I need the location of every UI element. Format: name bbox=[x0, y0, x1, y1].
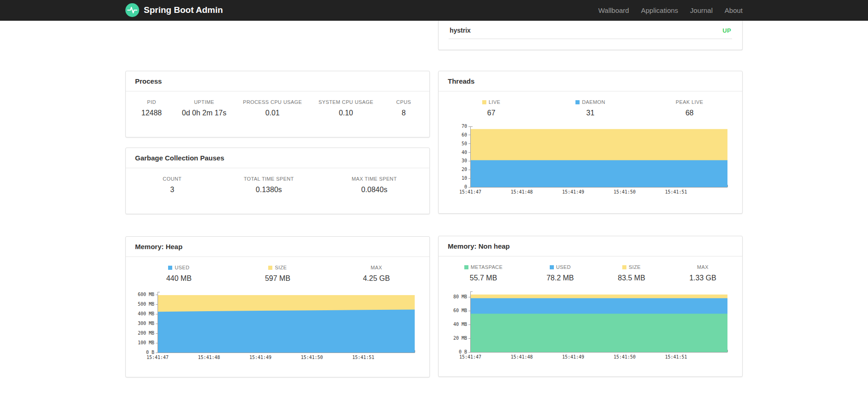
left-column: Process PID 12488 UPTIME 0d 0h 2m 17s PR… bbox=[125, 21, 430, 377]
legend-swatch-live-icon bbox=[482, 100, 486, 104]
card-title: Memory: Heap bbox=[126, 237, 429, 257]
legend-swatch-size-icon bbox=[622, 265, 626, 269]
metric-value: 78.2 MB bbox=[547, 274, 574, 282]
metric-value: 0.1380s bbox=[244, 186, 294, 194]
metric-label: UPTIME bbox=[182, 99, 226, 105]
spring-boot-admin-logo-icon bbox=[125, 3, 139, 17]
metric-heap-max: MAX 4.25 GB bbox=[363, 265, 390, 283]
memory-heap-chart: 0 B100 MB200 MB300 MB400 MB500 MB600 MB1… bbox=[135, 289, 420, 362]
brand-title: Spring Boot Admin bbox=[144, 5, 223, 15]
svg-text:0: 0 bbox=[464, 184, 467, 189]
metric-heap-size: SIZE 597 MB bbox=[264, 265, 292, 283]
metric-threads-live: LIVE 67 bbox=[478, 99, 505, 117]
metric-label: USED bbox=[165, 265, 193, 270]
metric-label: LIVE bbox=[478, 99, 505, 105]
metric-label: MAX bbox=[689, 264, 716, 270]
nav-item-wallboard[interactable]: Wallboard bbox=[598, 6, 629, 14]
nav-item-applications[interactable]: Applications bbox=[641, 6, 678, 14]
metric-value: 597 MB bbox=[264, 274, 292, 283]
card-title: Memory: Non heap bbox=[439, 236, 742, 256]
metric-value: 83.5 MB bbox=[618, 274, 645, 282]
metric-label: SIZE bbox=[618, 264, 645, 270]
svg-text:300 MB: 300 MB bbox=[137, 321, 154, 326]
threads-chart: 01020304050607015:41:4715:41:4815:41:491… bbox=[448, 124, 733, 196]
metric-nonheap-max: MAX 1.33 GB bbox=[689, 264, 716, 282]
card-title: Garbage Collection Pauses bbox=[126, 148, 429, 168]
metric-threads-daemon: DAEMON 31 bbox=[575, 99, 605, 117]
health-indicator-name: hystrix bbox=[450, 27, 471, 34]
svg-text:20 MB: 20 MB bbox=[453, 336, 467, 341]
metric-value: 0.10 bbox=[318, 109, 373, 117]
metric-label: DAEMON bbox=[575, 99, 605, 105]
svg-text:30: 30 bbox=[461, 158, 467, 163]
right-column: hystrix UP Threads LIVE 67 bbox=[438, 21, 743, 377]
nav-item-about[interactable]: About bbox=[725, 6, 743, 14]
svg-text:15:41:47: 15:41:47 bbox=[459, 354, 481, 359]
svg-text:500 MB: 500 MB bbox=[137, 302, 154, 307]
metric-nonheap-metaspace: METASPACE 55.7 MB bbox=[464, 264, 503, 282]
metric-label: PROCESS CPU USAGE bbox=[243, 99, 302, 105]
metric-label: SYSTEM CPU USAGE bbox=[318, 99, 373, 105]
svg-text:15:41:48: 15:41:48 bbox=[197, 355, 220, 360]
metric-value: 12488 bbox=[138, 109, 165, 117]
svg-text:15:41:49: 15:41:49 bbox=[249, 355, 271, 360]
gc-metrics: COUNT 3 TOTAL TIME SPENT 0.1380s MAX TIM… bbox=[126, 168, 429, 198]
metric-cpus: CPUS 8 bbox=[390, 99, 417, 117]
health-card: hystrix UP bbox=[438, 21, 743, 50]
metric-value: 8 bbox=[390, 109, 417, 117]
metric-heap-used: USED 440 MB bbox=[165, 265, 193, 283]
heap-chart-container: 0 B100 MB200 MB300 MB400 MB500 MB600 MB1… bbox=[126, 286, 429, 362]
metric-process-cpu-usage: PROCESS CPU USAGE 0.01 bbox=[243, 99, 302, 117]
legend-swatch-used-icon bbox=[168, 266, 172, 270]
metric-value: 31 bbox=[575, 109, 605, 117]
health-status-badge: UP bbox=[722, 27, 731, 34]
svg-text:40: 40 bbox=[461, 150, 467, 155]
metric-label: CPUS bbox=[390, 99, 417, 105]
svg-text:40 MB: 40 MB bbox=[453, 322, 467, 327]
svg-text:15:41:48: 15:41:48 bbox=[510, 354, 532, 359]
brand[interactable]: Spring Boot Admin bbox=[125, 3, 223, 17]
metric-value: 440 MB bbox=[165, 274, 193, 283]
metric-nonheap-size: SIZE 83.5 MB bbox=[618, 264, 645, 282]
metric-label: SIZE bbox=[264, 265, 292, 270]
metric-gc-max-time: MAX TIME SPENT 0.0840s bbox=[352, 176, 397, 194]
navbar: Spring Boot Admin Wallboard Applications… bbox=[0, 0, 868, 21]
svg-text:15:41:49: 15:41:49 bbox=[562, 189, 584, 194]
legend-swatch-daemon-icon bbox=[575, 100, 580, 104]
svg-text:80 MB: 80 MB bbox=[453, 294, 467, 299]
page: Spring Boot Admin Wallboard Applications… bbox=[0, 0, 868, 410]
nav-item-journal[interactable]: Journal bbox=[690, 6, 713, 14]
svg-text:15:41:51: 15:41:51 bbox=[352, 355, 374, 360]
metric-label: MAX bbox=[363, 265, 390, 270]
details-content: Process PID 12488 UPTIME 0d 0h 2m 17s PR… bbox=[125, 21, 743, 377]
svg-text:70: 70 bbox=[461, 124, 467, 129]
svg-text:15:41:48: 15:41:48 bbox=[510, 189, 532, 194]
card-title: Threads bbox=[439, 71, 742, 91]
metric-gc-total-time: TOTAL TIME SPENT 0.1380s bbox=[244, 176, 294, 194]
svg-text:15:41:51: 15:41:51 bbox=[665, 189, 687, 194]
nonheap-legend: METASPACE 55.7 MB USED 78.2 MB bbox=[439, 256, 742, 286]
metric-threads-peak-live: PEAK LIVE 68 bbox=[676, 99, 703, 117]
metric-value: 0.01 bbox=[243, 109, 302, 117]
metric-label: PEAK LIVE bbox=[676, 99, 703, 105]
svg-text:20: 20 bbox=[461, 167, 467, 172]
metric-value: 55.7 MB bbox=[464, 274, 503, 282]
legend-swatch-used-icon bbox=[550, 265, 554, 269]
svg-text:15:41:47: 15:41:47 bbox=[146, 355, 168, 360]
process-card: Process PID 12488 UPTIME 0d 0h 2m 17s PR… bbox=[125, 71, 430, 137]
memory-heap-card: Memory: Heap USED 440 MB SIZE bbox=[125, 236, 430, 377]
metric-label: USED bbox=[547, 264, 574, 270]
metric-label: TOTAL TIME SPENT bbox=[244, 176, 294, 182]
metric-nonheap-used: USED 78.2 MB bbox=[547, 264, 574, 282]
svg-text:200 MB: 200 MB bbox=[137, 330, 154, 336]
metric-label: METASPACE bbox=[464, 264, 503, 270]
svg-text:400 MB: 400 MB bbox=[137, 311, 154, 316]
svg-text:15:41:50: 15:41:50 bbox=[613, 354, 635, 359]
process-metrics: PID 12488 UPTIME 0d 0h 2m 17s PROCESS CP… bbox=[126, 91, 429, 121]
metric-label: COUNT bbox=[158, 176, 186, 182]
svg-text:15:41:50: 15:41:50 bbox=[613, 189, 635, 194]
threads-card: Threads LIVE 67 DAEMON 3 bbox=[438, 71, 743, 214]
metric-value: 68 bbox=[676, 109, 703, 117]
memory-nonheap-card: Memory: Non heap METASPACE 55.7 MB USED bbox=[438, 236, 743, 377]
svg-text:0 B: 0 B bbox=[458, 349, 467, 354]
